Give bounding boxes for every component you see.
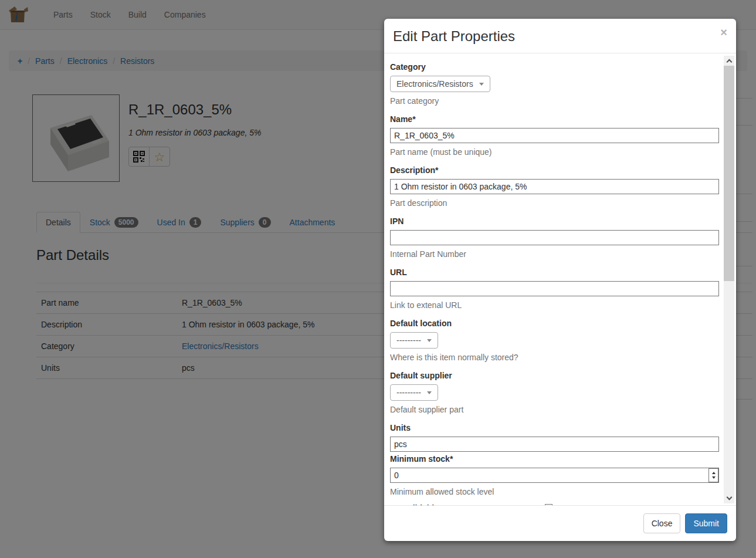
default-supplier-select[interactable]: --------- [390,384,438,401]
field-minimum-stock: Minimum stock* Minimum allowed stock lev… [390,454,719,496]
chevron-down-icon [427,391,432,394]
page: i Parts Stock Build Companies + / Parts … [0,0,756,558]
spinner-down-icon [712,476,716,479]
field-label: Default location [390,319,719,328]
buildable-checkbox[interactable] [545,504,552,505]
field-default-supplier: Default supplier --------- Default suppl… [390,371,719,414]
field-label: Name* [390,114,719,124]
field-description: Description* Part description [390,165,719,208]
field-help: Part description [390,198,719,208]
scrollbar-up-button[interactable] [724,56,734,66]
field-label: URL [390,268,719,277]
close-icon[interactable]: × [720,26,727,38]
chevron-down-icon [427,339,432,342]
field-help: Part category [390,96,719,106]
modal-scrollbar[interactable] [724,56,734,503]
select-value: --------- [396,388,421,397]
field-units: Units [390,423,719,452]
number-spinner[interactable] [708,468,718,482]
field-help: Link to extenal URL [390,300,719,310]
field-help: Default supplier part [390,405,719,414]
field-label: Minimum stock* [390,454,719,464]
chevron-up-icon [726,59,732,65]
field-label: Units [390,423,719,432]
modal-header: Edit Part Properties × [384,19,736,53]
field-label: Description* [390,165,719,175]
scrollbar-down-button[interactable] [724,493,734,503]
minimum-stock-input[interactable] [390,468,719,483]
description-input[interactable] [390,179,719,194]
chevron-down-icon [726,495,732,500]
chevron-down-icon [479,83,484,86]
edit-part-modal: Edit Part Properties × Category Electron… [384,19,736,541]
field-label: Default supplier [390,371,719,380]
field-name: Name* Part name (must be unique) [390,114,719,157]
category-select[interactable]: Electronics/Resistors [390,76,490,92]
select-value: Electronics/Resistors [396,79,473,89]
units-input[interactable] [390,437,719,452]
field-category: Category Electronics/Resistors Part cate… [390,62,719,106]
select-value: --------- [396,336,421,345]
modal-body: Category Electronics/Resistors Part cate… [384,53,736,505]
field-label: IPN [390,217,719,226]
field-default-location: Default location --------- Where is this… [390,319,719,362]
ipn-input[interactable] [390,230,719,245]
name-input[interactable] [390,128,719,143]
scrollbar-thumb[interactable] [724,66,734,281]
modal-title: Edit Part Properties [393,28,727,45]
submit-button[interactable]: Submit [685,513,727,533]
close-button[interactable]: Close [643,513,681,533]
url-input[interactable] [390,281,719,296]
spinner-up-icon [712,472,716,474]
field-help: Part name (must be unique) [390,147,719,157]
field-help: Minimum allowed stock level [390,487,719,496]
field-help: Internal Part Number [390,249,719,259]
field-buildable: Buildable [390,503,719,505]
field-ipn: IPN Internal Part Number [390,217,719,259]
default-location-select[interactable]: --------- [390,332,438,349]
field-url: URL Link to extenal URL [390,268,719,310]
field-help: Where is this item normally stored? [390,353,719,362]
field-label: Buildable [402,503,719,505]
field-label: Category [390,62,719,72]
modal-footer: Close Submit [384,505,736,541]
